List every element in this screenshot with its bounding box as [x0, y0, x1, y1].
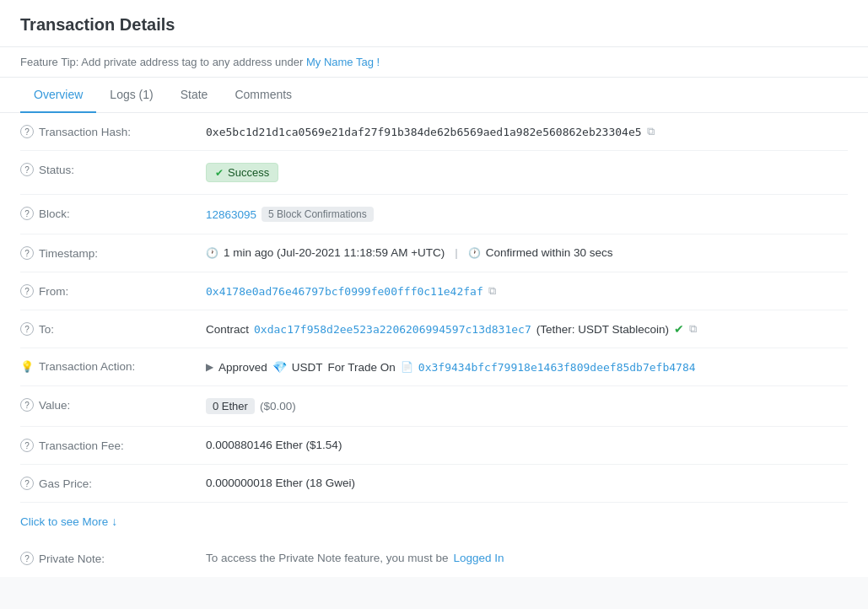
from-address-link[interactable]: 0x4178e0ad76e46797bcf0999fe00fff0c11e42f…	[206, 285, 483, 298]
my-name-tag-link[interactable]: My Name Tag !	[306, 56, 380, 68]
click-more-row: Click to see More ↓	[20, 503, 848, 540]
click-more-text: Click to see More	[20, 515, 108, 528]
gas-price-value: 0.000000018 Ether (18 Gwei)	[206, 477, 355, 489]
private-note-help-icon[interactable]: ?	[20, 552, 34, 565]
to-copy-icon[interactable]: ⧉	[689, 322, 697, 336]
transaction-hash-value-col: 0xe5bc1d21d1ca0569e21daf27f91b384de62b65…	[206, 125, 848, 138]
to-help-icon[interactable]: ?	[20, 322, 34, 336]
block-help-icon[interactable]: ?	[20, 207, 34, 220]
click-more-link[interactable]: Click to see More ↓	[20, 503, 117, 540]
to-label-col: ? To:	[20, 322, 206, 336]
from-label-col: ? From:	[20, 284, 206, 298]
contract-label-text: Contract	[206, 323, 249, 336]
timestamp-value-col: 🕐 1 min ago (Jul-20-2021 11:18:59 AM +UT…	[206, 246, 848, 259]
tab-comments[interactable]: Comments	[221, 78, 305, 113]
to-contract-address-link[interactable]: 0xdac17f958d2ee523a2206206994597c13d831e…	[254, 323, 531, 336]
page-header: Transaction Details	[0, 0, 868, 47]
action-token: USDT	[292, 361, 323, 374]
value-label-col: ? Value:	[20, 398, 206, 412]
block-confirmations-badge: 5 Block Confirmations	[261, 207, 374, 222]
clock-icon: 🕐	[206, 247, 218, 259]
down-arrow-icon: ↓	[111, 515, 117, 528]
transaction-fee-row: ? Transaction Fee: 0.000880146 Ether ($1…	[20, 427, 848, 465]
timestamp-label-col: ? Timestamp:	[20, 246, 206, 260]
confirm-clock-icon: 🕐	[468, 247, 481, 259]
content-area: ? Transaction Hash: 0xe5bc1d21d1ca0569e2…	[0, 113, 868, 577]
ether-value-badge: 0 Ether	[206, 398, 255, 414]
logged-in-link[interactable]: Logged In	[453, 552, 504, 564]
action-for-text: For Trade On	[328, 361, 396, 374]
transaction-action-label: Transaction Action:	[39, 360, 135, 373]
value-row: ? Value: 0 Ether ($0.00)	[20, 386, 848, 427]
status-label: Status:	[39, 164, 74, 176]
transaction-hash-label-col: ? Transaction Hash:	[20, 125, 206, 138]
transaction-action-label-col: 💡 Transaction Action:	[20, 360, 206, 373]
contract-verified-icon: ✔	[674, 322, 684, 336]
tab-overview[interactable]: Overview	[20, 78, 96, 113]
value-label: Value:	[39, 399, 70, 412]
from-label: From:	[39, 285, 68, 298]
private-note-label: Private Note:	[39, 552, 105, 565]
timestamp-separator: |	[455, 246, 458, 259]
usdt-diamond-icon: 💎	[272, 360, 287, 374]
action-target-address-link[interactable]: 0x3f9434bfcf79918e1463f809deef85db7efb47…	[418, 361, 696, 374]
action-arrow-icon: ▶	[206, 361, 213, 373]
gas-price-value-col: 0.000000018 Ether (18 Gwei)	[206, 477, 848, 489]
value-value-col: 0 Ether ($0.00)	[206, 398, 848, 414]
transaction-hash-value: 0xe5bc1d21d1ca0569e21daf27f91b384de62b65…	[206, 126, 642, 138]
status-label-col: ? Status:	[20, 163, 206, 176]
from-value-col: 0x4178e0ad76e46797bcf0999fe00fff0c11e42f…	[206, 284, 848, 298]
tab-logs[interactable]: Logs (1)	[96, 78, 166, 113]
gas-price-help-icon[interactable]: ?	[20, 477, 34, 490]
feature-tip-bar: Feature Tip: Add private address tag to …	[0, 47, 868, 78]
block-row: ? Block: 12863095 5 Block Confirmations	[20, 195, 848, 234]
transaction-hash-row: ? Transaction Hash: 0xe5bc1d21d1ca0569e2…	[20, 113, 848, 151]
transaction-fee-value: 0.000880146 Ether ($1.54)	[206, 439, 342, 451]
transaction-hash-label: Transaction Hash:	[39, 126, 131, 138]
gas-price-label: Gas Price:	[39, 477, 92, 490]
timestamp-time: 1 min ago (Jul-20-2021 11:18:59 AM +UTC)	[224, 246, 445, 259]
transaction-hash-copy-icon[interactable]: ⧉	[647, 125, 655, 138]
private-note-text: To access the Private Note feature, you …	[206, 552, 448, 564]
gas-price-row: ? Gas Price: 0.000000018 Ether (18 Gwei)	[20, 465, 848, 503]
block-value-col: 12863095 5 Block Confirmations	[206, 207, 848, 222]
page-wrapper: Transaction Details Feature Tip: Add pri…	[0, 0, 868, 577]
value-help-icon[interactable]: ?	[20, 398, 34, 412]
status-help-icon[interactable]: ?	[20, 163, 34, 176]
from-copy-icon[interactable]: ⧉	[488, 284, 496, 298]
block-number-link[interactable]: 12863095	[206, 208, 256, 221]
status-value-col: ✔ Success	[206, 163, 848, 182]
timestamp-confirmed: Confirmed within 30 secs	[486, 246, 613, 259]
transaction-action-row: 💡 Transaction Action: ▶ Approved 💎 USDT …	[20, 348, 848, 386]
timestamp-label: Timestamp:	[39, 247, 98, 260]
usd-value-text: ($0.00)	[260, 400, 296, 412]
status-badge: ✔ Success	[206, 163, 278, 182]
lightbulb-icon: 💡	[20, 360, 34, 373]
transaction-fee-help-icon[interactable]: ?	[20, 439, 34, 452]
private-note-label-col: ? Private Note:	[20, 552, 206, 565]
transaction-fee-label-col: ? Transaction Fee:	[20, 439, 206, 452]
tabs-bar: Overview Logs (1) State Comments	[0, 78, 868, 113]
private-note-value-col: To access the Private Note feature, you …	[206, 552, 848, 564]
timestamp-help-icon[interactable]: ?	[20, 246, 34, 260]
from-row: ? From: 0x4178e0ad76e46797bcf0999fe00fff…	[20, 272, 848, 310]
private-note-row: ? Private Note: To access the Private No…	[20, 540, 848, 577]
contract-name: (Tether: USDT Stablecoin)	[536, 323, 669, 336]
status-row: ? Status: ✔ Success	[20, 151, 848, 195]
to-label: To:	[39, 323, 54, 336]
to-row: ? To: Contract 0xdac17f958d2ee523a220620…	[20, 310, 848, 348]
block-label: Block:	[39, 207, 70, 220]
status-text: Success	[228, 166, 269, 179]
status-success-icon: ✔	[215, 167, 224, 179]
feature-tip-text: Feature Tip: Add private address tag to …	[20, 56, 306, 68]
from-help-icon[interactable]: ?	[20, 284, 34, 298]
transaction-fee-value-col: 0.000880146 Ether ($1.54)	[206, 439, 848, 451]
transaction-fee-label: Transaction Fee:	[39, 439, 124, 452]
block-label-col: ? Block:	[20, 207, 206, 220]
tab-state[interactable]: State	[167, 78, 222, 113]
page-title: Transaction Details	[20, 15, 848, 35]
transaction-action-value-col: ▶ Approved 💎 USDT For Trade On 📄 0x3f943…	[206, 360, 848, 374]
action-file-icon: 📄	[401, 361, 413, 373]
action-text: Approved	[218, 361, 267, 374]
transaction-hash-help-icon[interactable]: ?	[20, 125, 34, 138]
